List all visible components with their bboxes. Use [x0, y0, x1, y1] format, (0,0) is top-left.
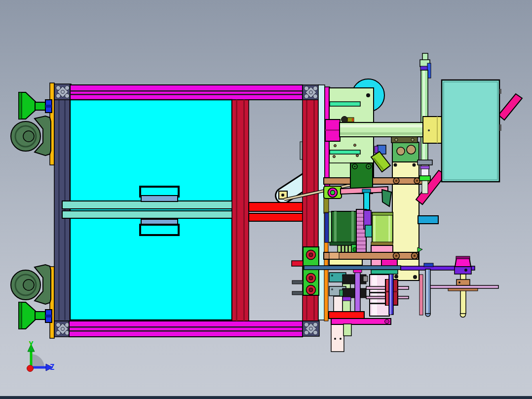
extrusion-face-top-right-hole	[313, 86, 318, 91]
rod-ring-green	[419, 176, 430, 181]
knob-base-dot	[464, 269, 467, 272]
extrusion-face-top-right-hole	[304, 86, 309, 91]
mount-tab	[292, 280, 304, 284]
machine-assembly	[0, 53, 532, 399]
motor-a-stripe	[334, 211, 337, 243]
frame-beam-bottom-slot	[69, 326, 303, 328]
control-box-notch	[499, 89, 501, 94]
table-disc-teal	[371, 270, 398, 274]
support-beam-diagonal-upper	[498, 94, 522, 120]
rail-ring-bolt-core	[416, 180, 418, 182]
door-panel	[70, 100, 232, 320]
plate-dot	[356, 155, 359, 157]
mount-ring-core	[309, 276, 313, 280]
gear-box-bolt-dot	[368, 166, 370, 167]
cross-rail-lower-segment	[329, 252, 339, 259]
sensor-plate-hole	[407, 145, 416, 154]
guide-rod-highlight	[423, 71, 425, 160]
cross-bar-red-lower	[249, 213, 303, 221]
axis-origin	[27, 365, 34, 372]
cad-viewport[interactable]: Y Z	[0, 0, 532, 399]
side-plate-bolt	[413, 275, 417, 279]
extrusion-face-top-left-hole	[61, 90, 65, 94]
leveler-foot-upper-edge	[19, 92, 22, 119]
caster-hub-upper	[23, 131, 34, 142]
frame-beam-top-slot	[70, 94, 303, 95]
shaft-hub-yellow-line	[437, 117, 438, 143]
frame-beam-left	[54, 99, 70, 321]
side-plate-bolt	[394, 163, 397, 167]
grease-screw-tip	[352, 119, 354, 121]
control-box-notch	[499, 124, 501, 131]
valve-blue-edge	[375, 146, 378, 153]
mount-ring-core	[309, 253, 313, 257]
push-rod-cyan	[364, 191, 370, 210]
guide-rod-steel-core	[426, 270, 428, 313]
slide-bar-cap	[424, 263, 433, 267]
extrusion-face-bottom-right-hole	[313, 322, 318, 327]
leveler-nut-lower-stripe	[45, 315, 52, 318]
table-hub-copper	[448, 288, 478, 291]
index-cylinder-highlight	[372, 275, 377, 316]
panel-rail-upper	[62, 201, 233, 209]
stop-red	[292, 261, 303, 266]
extrusion-face-bottom-left-hole	[56, 323, 61, 327]
mount-ring-core	[309, 288, 313, 292]
caster-hub-lower	[23, 279, 34, 290]
strip-pink	[419, 275, 423, 315]
swing-arm-pad-dot	[281, 194, 284, 197]
guide-rod-cap	[422, 53, 428, 60]
motor-a-stripe	[351, 211, 354, 243]
side-plate-bolt	[413, 163, 416, 167]
lift-rod-base-dot	[334, 338, 336, 340]
plate-dot	[334, 145, 337, 147]
motor-b-base	[371, 242, 393, 245]
knob-base-purple	[455, 267, 471, 274]
slide-bar-steel	[304, 266, 401, 270]
rail-ring-bolt-core	[395, 180, 397, 182]
solenoid-a	[342, 275, 366, 284]
extrusion-face-top-right-hole	[304, 94, 309, 99]
triad-arc	[31, 354, 44, 367]
extrusion-face-bottom-left-hole	[61, 327, 65, 331]
rod-ring-purple	[420, 166, 429, 169]
lift-rod-base-dot	[340, 338, 342, 340]
extrusion-face-bottom-left-hole	[56, 331, 61, 335]
shaft-hub-magenta-line	[325, 129, 340, 131]
shaft-hub-dot	[428, 129, 430, 131]
shaft-hub-yellow	[423, 117, 443, 143]
plate-dot	[333, 156, 336, 158]
extrusion-face-top-left-hole	[56, 86, 61, 90]
table-bar-end	[385, 319, 389, 324]
extrusion-face-top-left-hole	[65, 86, 70, 90]
motor-b-stripe	[374, 212, 376, 243]
spindle-plate-bolt	[366, 93, 370, 97]
gear-box-bolt-dot	[354, 166, 356, 167]
mount-tab	[292, 291, 304, 295]
spindle-plate-lower	[329, 163, 351, 179]
valve-mount-hole	[331, 288, 333, 290]
spindle-collar-dot	[458, 281, 460, 283]
knob-magenta	[455, 258, 471, 267]
extrusion-face-bottom-right-hole	[309, 327, 313, 330]
spindle-plate-slot-upper	[330, 102, 360, 106]
stopper-red-bar	[329, 312, 364, 319]
sensor-cap-hole	[411, 138, 414, 141]
grease-screw-head	[342, 117, 348, 123]
side-plate-bolt	[394, 275, 398, 279]
motor-b-stripe	[388, 212, 390, 243]
rail-ring-bolt-core	[414, 255, 416, 257]
solenoid-b-fitting	[340, 290, 343, 296]
door-handle-upper-grip	[141, 196, 178, 201]
axis-z-label: Z	[50, 363, 54, 372]
model-canvas[interactable]: Y Z	[0, 0, 532, 399]
extrusion-face-bottom-right-hole	[313, 330, 318, 335]
rod-stub	[422, 181, 428, 194]
frame-beam-top-slot	[70, 90, 303, 92]
table-bar-magenta	[331, 319, 391, 324]
solenoid-a-port	[363, 276, 368, 281]
extrusion-face-bottom-right-hole	[304, 322, 309, 327]
frame-beam-bottom-slot	[69, 330, 303, 332]
motor-b-cap	[372, 212, 393, 215]
link-hook	[382, 190, 391, 206]
